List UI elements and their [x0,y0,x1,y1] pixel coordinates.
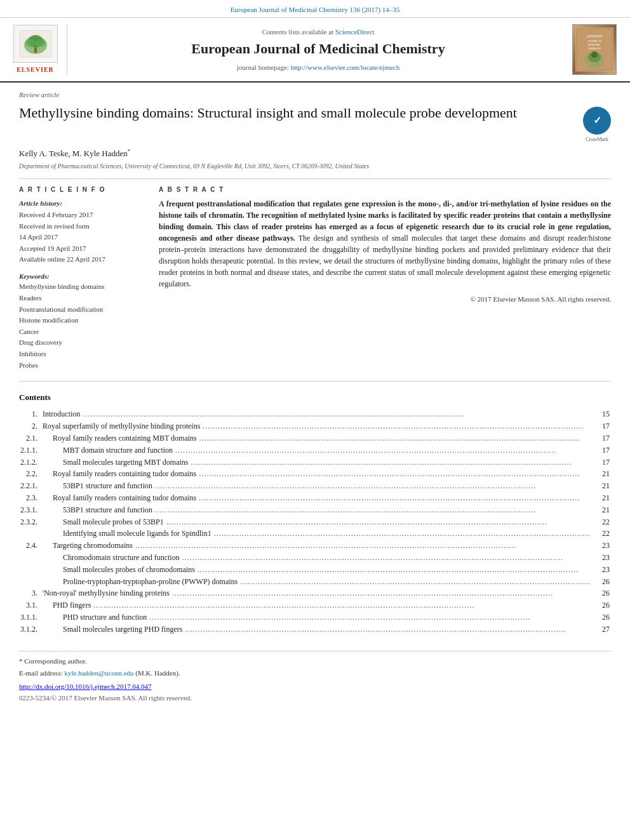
email-link[interactable]: kyle.hadden@uconn.edu [64,669,133,677]
toc-label-cell: Targeting chromodomains ................… [41,540,592,552]
corresponding-author-mark: * [128,149,130,154]
svg-point-5 [36,39,46,47]
doi-link: http://dx.doi.org/10.1016/j.ejmech.2017.… [19,682,611,691]
toc-dots: ........................................… [196,493,591,503]
toc-dots: ........................................… [164,517,591,528]
science-direct-anchor[interactable]: ScienceDirect [335,28,375,36]
toc-num: 2.1. [19,432,41,444]
issn-line: 0223-5234/© 2017 Elsevier Masson SAS. Al… [19,693,611,703]
toc-num [19,564,41,576]
history-label: Article history: [19,198,146,210]
toc-num: 2.4. [19,540,41,552]
toc-label: PHD fingers [43,600,91,611]
toc-row: 2.2.1. 53BP1 structure and function ....… [19,480,611,492]
article-title: Methyllysine binding domains: Structural… [19,104,573,123]
toc-label: Royal superfamily of methyllysine bindin… [43,421,200,432]
toc-dots: ........................................… [152,481,591,491]
toc-row: 2.4. Targeting chromodomains ...........… [19,540,611,552]
elsevier-tree-logo [13,25,58,63]
toc-page: 21 [592,480,611,492]
toc-row: 3.1.2. Small molecules targeting PHD fin… [19,623,611,636]
toc-dots: ........................................… [197,433,591,444]
toc-num: 1. [19,408,41,420]
toc-row: 3.1. PHD fingers .......................… [19,599,611,611]
toc-page: 15 [592,408,611,420]
toc-label: Small molecules targeting MBT domains [43,457,189,468]
two-column-section: A R T I C L E I N F O Article history: R… [19,185,611,371]
copyright-notice: © 2017 Elsevier Masson SAS. All rights r… [159,295,611,304]
toc-label: MBT domain structure and function [43,445,173,456]
toc-dots: ........................................… [196,469,591,479]
toc-label: 53BP1 structure and function [43,481,152,491]
toc-label: Small molecules probes of chromodomains [43,564,195,575]
toc-label: 'Non-royal' methyllysine binding protein… [43,588,170,599]
toc-row: Small molecules probes of chromodomains … [19,564,611,576]
toc-row: 2. Royal superfamily of methyllysine bin… [19,420,611,432]
toc-label-cell: Small molecules probes of chromodomains … [41,564,592,576]
toc-row: 2.1.1. MBT domain structure and function… [19,444,611,457]
toc-label: Targeting chromodomains [43,540,133,551]
toc-dots: ........................................… [189,457,591,468]
toc-num: 3.1.1. [19,611,41,623]
toc-num: 2.3. [19,492,41,504]
toc-row: Chromodomain structure and function ....… [19,552,611,564]
keywords-list: Methyllysine binding domainsReadersPostt… [19,281,146,371]
journal-citation: European Journal of Medicinal Chemistry … [231,6,400,13]
accepted-date: Accepted 19 April 2017 [19,243,146,255]
crossmark-label: CrossMark [583,136,611,143]
toc-num: 3.1.2. [19,623,41,636]
crossmark-badge: ✓ CrossMark [583,107,611,143]
keyword-item: Histone modification [19,315,146,326]
toc-page: 22 [592,528,611,540]
toc-page: 23 [592,540,611,552]
toc-page: 17 [592,432,611,444]
svg-text:JOURNAL OF: JOURNAL OF [587,40,601,43]
toc-label-cell: Small molecule probes of 53BP1 .........… [41,516,592,528]
toc-num: 2.1.2. [19,457,41,469]
svg-text:EUROPEAN: EUROPEAN [587,36,603,39]
toc-dots: ........................................… [133,540,591,551]
abstract-column: A B S T R A C T A frequent posttranslati… [159,185,611,371]
toc-label: Introduction [43,409,80,420]
svg-text:MEDICINAL: MEDICINAL [588,44,600,46]
content-area: Review article Methyllysine binding doma… [0,83,630,710]
toc-page: 26 [592,611,611,623]
keyword-item: Probes [19,360,146,371]
toc-label-cell: Small molecules targeting MBT domains ..… [41,457,592,469]
toc-dots: ........................................… [200,421,591,432]
toc-label: Royal family readers containing tudor do… [43,469,196,479]
toc-page: 17 [592,457,611,469]
toc-row: 3.1.1. PHD structure and function ......… [19,611,611,623]
affiliation: Department of Pharmaceutical Sciences, U… [19,162,611,171]
svg-point-4 [25,39,36,47]
journal-title: European Journal of Medicinal Chemistry [191,39,445,59]
svg-rect-3 [34,48,37,53]
toc-label-cell: 'Non-royal' methyllysine binding protein… [41,587,592,599]
toc-label: PHD structure and function [43,612,147,623]
article-info-column: A R T I C L E I N F O Article history: R… [19,185,146,371]
abstract-text: A frequent posttranslational modificatio… [159,198,611,290]
toc-row: 2.1.2. Small molecules targeting MBT dom… [19,457,611,469]
toc-dots: ........................................… [173,445,591,456]
journal-header: ELSEVIER Contents lists available at Sci… [0,18,630,83]
email-footnote: E-mail address: kyle.hadden@uconn.edu (M… [19,669,611,678]
toc-label: Small molecule probes of 53BP1 [43,517,164,528]
footer-section: * Corresponding author. E-mail address: … [19,651,611,703]
abstract-heading: A B S T R A C T [159,185,611,194]
keyword-item: Drug discovery [19,337,146,349]
keywords-label: Keywords: [19,272,146,281]
journal-thumbnail: EUROPEAN JOURNAL OF MEDICINAL CHEMISTRY [569,24,620,75]
toc-label: Small molecules targeting PHD fingers [43,624,182,635]
toc-page: 21 [592,468,611,480]
toc-num: 3. [19,587,41,599]
toc-page: 26 [592,576,611,588]
article-history: Article history: Received 4 February 201… [19,198,146,265]
journal-url[interactable]: http://www.elsevier.com/locate/ejmech [291,63,400,71]
toc-dots: ........................................… [195,564,591,575]
toc-page: 26 [592,599,611,611]
toc-label-cell: Royal family readers containing tudor do… [41,492,592,504]
doi-anchor[interactable]: http://dx.doi.org/10.1016/j.ejmech.2017.… [19,683,151,690]
corresponding-footnote: * Corresponding author. [19,657,611,666]
toc-label: Identifying small molecule ligands for S… [43,528,211,539]
keyword-item: Posttranslational modification [19,304,146,316]
